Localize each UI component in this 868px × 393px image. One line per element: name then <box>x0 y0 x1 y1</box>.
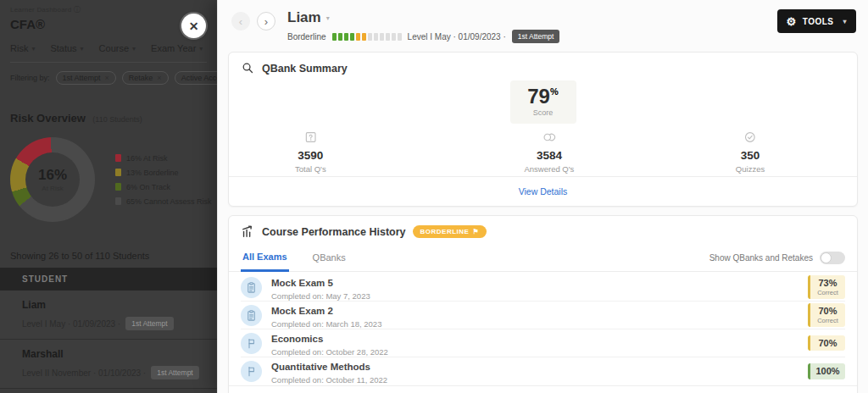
filter-chip-active-account[interactable]: Active Account× <box>175 71 217 85</box>
show-qbanks-retakes-toggle[interactable] <box>820 252 845 264</box>
tab-all-exams[interactable]: All Exams <box>241 244 289 272</box>
chevron-down-icon: ▾ <box>199 45 203 53</box>
score-badge: 70% Correct <box>808 303 845 326</box>
score-box: 79% Score <box>510 80 576 124</box>
tools-button[interactable]: ⚙ TOOLS ▾ <box>777 9 856 33</box>
bar-chart-icon <box>241 224 255 239</box>
toggle-knob <box>821 252 832 263</box>
remove-chip-icon[interactable]: × <box>105 74 109 82</box>
qbank-summary-card: QBank Summary 79% Score 3590 Total Q's <box>228 52 858 207</box>
exam-name: Mock Exam 5 <box>271 278 333 288</box>
previous-student-button[interactable]: ‹ <box>231 12 250 30</box>
risk-meter-segment <box>374 33 378 41</box>
answered-questions-icon <box>542 130 556 144</box>
filter-chip-retake[interactable]: Retake× <box>122 71 169 85</box>
legend-label: 6% On Track <box>126 183 170 191</box>
student-meta: Level I May · 01/09/2023 · <box>22 319 120 329</box>
remove-chip-icon[interactable]: × <box>157 74 161 82</box>
legend-swatch <box>115 183 121 191</box>
exam-row-economics[interactable]: Economics Completed on: October 28, 2022… <box>241 329 845 357</box>
panel-header: ‹ › Liam ▾ Borderline Level I May · 01/0… <box>218 0 868 43</box>
risk-meter-segment <box>338 33 342 41</box>
risk-overview-count: (110 Students) <box>92 115 142 124</box>
exam-list: Mock Exam 5 Completed on: May 7, 2023 73… <box>229 272 857 385</box>
risk-label: Borderline <box>287 32 326 42</box>
risk-legend: 16% At Risk13% Borderline6% On Track65% … <box>115 154 212 206</box>
risk-meter-segment <box>356 33 360 41</box>
score-percent: 100% <box>815 366 841 376</box>
flag-icon <box>241 361 262 382</box>
legend-label: 16% At Risk <box>126 154 168 163</box>
app-screen: Learner Dashboard ⓘ CFA® Risk▾ Status▾ C… <box>0 0 868 393</box>
score-badge: 70% <box>808 335 845 351</box>
filter-label: Course <box>99 43 129 53</box>
risk-meter-segment <box>386 33 390 41</box>
exam-name: Mock Exam 2 <box>271 306 333 316</box>
close-panel-button[interactable]: ✕ <box>181 14 206 38</box>
exam-completed-date: Completed on: October 11, 2022 <box>271 375 387 385</box>
next-student-button[interactable]: › <box>257 12 275 30</box>
legend-item: 65% Cannot Assess Risk <box>115 197 212 206</box>
chevron-down-icon: ▾ <box>81 45 84 53</box>
risk-meter-segment <box>332 33 337 41</box>
clipboard-icon <box>241 277 262 298</box>
student-detail-panel: ‹ › Liam ▾ Borderline Level I May · 01/0… <box>217 0 868 393</box>
student-meta: Level II November · 01/10/2023 · <box>22 368 146 378</box>
dashboard-subtitle-label: Learner Dashboard <box>10 6 71 14</box>
active-filters: Filtering by: 1st Attempt× Retake× Activ… <box>10 71 217 85</box>
qbank-stats: 3590 Total Q's 3584 Answered Q's 350 Qui… <box>229 130 857 176</box>
score-badge: 100% <box>808 363 845 379</box>
score-percent: 73% <box>815 278 841 288</box>
exam-row-quantitative-methods[interactable]: Quantitative Methods Completed on: Octob… <box>241 357 845 385</box>
table-row[interactable]: Liam Level I May · 01/09/2023 · 1st Atte… <box>0 291 217 340</box>
stat-answered-questions: 3584 Answered Q's <box>524 130 574 174</box>
stat-value: 3590 <box>295 149 326 162</box>
view-details-link[interactable]: View Details <box>519 186 568 196</box>
risk-overview-header: Risk Overview (110 Students) <box>10 110 217 125</box>
chip-label: Retake <box>129 74 153 82</box>
score-unit: % <box>550 86 559 97</box>
borderline-status-badge: BORDERLINE ⚑ <box>413 225 487 238</box>
legend-swatch <box>115 197 121 205</box>
score-value: 79 <box>527 85 550 108</box>
risk-meter-segment <box>392 33 396 41</box>
risk-donut: 16% At Risk <box>10 137 95 222</box>
legend-item: 16% At Risk <box>115 154 212 163</box>
filter-dropdown-status[interactable]: Status▾ <box>50 43 83 53</box>
student-name-title: Liam <box>287 9 321 26</box>
filter-chip-1st-attempt[interactable]: 1st Attempt× <box>56 71 116 85</box>
exam-completed-date: Completed on: October 28, 2022 <box>271 347 388 357</box>
exam-completed-date: Completed on: March 18, 2023 <box>271 319 381 329</box>
close-icon: ✕ <box>189 19 199 33</box>
exam-row-mock-exam-2[interactable]: Mock Exam 2 Completed on: March 18, 2023… <box>241 302 845 329</box>
filter-label: Status <box>50 43 76 53</box>
paging-status: Showing 26 to 50 of 110 Students <box>10 251 217 261</box>
filter-dropdown-exam-year[interactable]: Exam Year▾ <box>151 43 203 53</box>
toggle-label: Show QBanks and Retakes <box>709 253 813 263</box>
flag-icon: ⚑ <box>472 228 479 235</box>
exam-completed-date: Completed on: May 7, 2023 <box>271 291 370 301</box>
check-circle-icon <box>743 130 757 144</box>
score-badge: 73% Correct <box>808 275 845 298</box>
risk-meter-segment <box>350 33 354 41</box>
risk-meter <box>332 33 402 41</box>
gear-icon: ⚙ <box>787 16 797 27</box>
filter-dropdown-course[interactable]: Course▾ <box>99 43 136 53</box>
stat-value: 3584 <box>524 149 574 162</box>
attempt-badge: 1st Attempt <box>512 30 560 43</box>
chip-label: 1st Attempt <box>63 74 101 82</box>
tab-qbanks[interactable]: QBanks <box>311 245 348 270</box>
status-badge-label: BORDERLINE <box>420 228 470 235</box>
legend-item: 6% On Track <box>115 183 212 191</box>
filter-dropdown-risk[interactable]: Risk▾ <box>10 43 35 53</box>
chevron-down-icon[interactable]: ▾ <box>326 14 330 22</box>
exam-row-mock-exam-5[interactable]: Mock Exam 5 Completed on: May 7, 2023 73… <box>241 274 845 302</box>
chevron-down-icon: ▾ <box>132 45 136 53</box>
question-box-icon <box>303 130 317 144</box>
legend-label: 13% Borderline <box>126 169 179 177</box>
stat-total-questions: 3590 Total Q's <box>295 130 326 174</box>
legend-label: 65% Cannot Assess Risk <box>126 197 212 206</box>
qbank-summary-title: QBank Summary <box>262 63 348 75</box>
risk-overview-title: Risk Overview <box>10 112 86 125</box>
table-row[interactable]: Marshall Level II November · 01/10/2023 … <box>0 340 217 389</box>
